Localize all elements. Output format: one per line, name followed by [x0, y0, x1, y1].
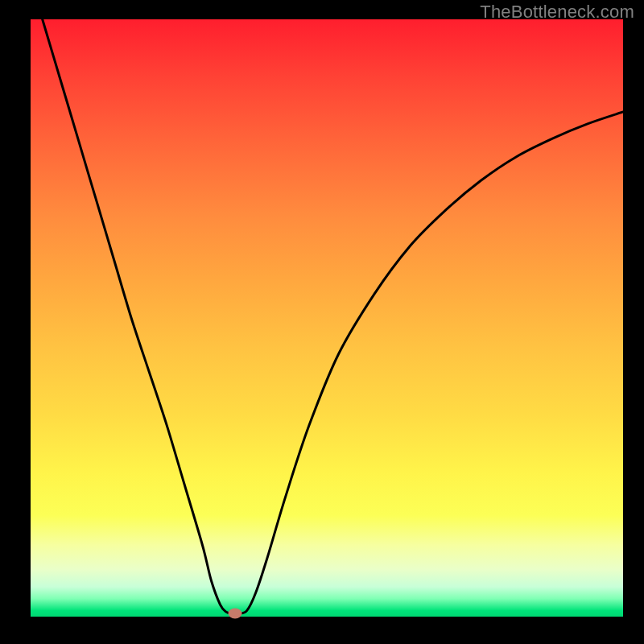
chart-frame: TheBottleneck.com — [0, 0, 644, 644]
optimal-point-marker — [228, 609, 242, 619]
plot-area — [31, 19, 623, 617]
bottleneck-curve — [31, 19, 623, 617]
